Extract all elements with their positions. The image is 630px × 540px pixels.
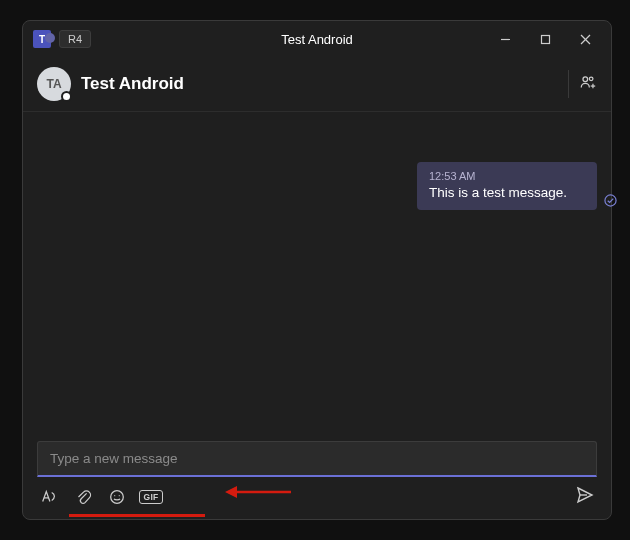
svg-point-11 xyxy=(114,495,115,496)
avatar-initials: TA xyxy=(46,77,61,91)
close-icon xyxy=(580,34,591,45)
compose-toolbar: GIF xyxy=(37,477,597,509)
message-list: 12:53 AM This is a test message. xyxy=(23,112,611,441)
maximize-icon xyxy=(540,34,551,45)
close-button[interactable] xyxy=(565,24,605,54)
message-bubble-outgoing[interactable]: 12:53 AM This is a test message. xyxy=(417,162,597,210)
add-people-button[interactable] xyxy=(579,73,597,95)
svg-point-8 xyxy=(605,195,616,206)
format-text-icon xyxy=(40,488,58,506)
emoji-button[interactable] xyxy=(107,487,127,507)
minimize-icon xyxy=(500,34,511,45)
teams-app-letter: T xyxy=(39,34,45,45)
message-text: This is a test message. xyxy=(429,185,585,200)
gif-icon: GIF xyxy=(139,490,162,504)
avatar[interactable]: TA xyxy=(37,67,71,101)
header-divider xyxy=(568,70,569,98)
send-button[interactable] xyxy=(575,485,595,509)
svg-rect-1 xyxy=(541,35,549,43)
header-actions xyxy=(568,70,597,98)
message-input[interactable] xyxy=(37,441,597,477)
svg-point-10 xyxy=(111,491,124,504)
attach-button[interactable] xyxy=(73,487,93,507)
compose-area: GIF xyxy=(23,441,611,519)
titlebar-tab-label: R4 xyxy=(68,33,82,45)
presence-indicator xyxy=(61,91,72,102)
titlebar-tab[interactable]: R4 xyxy=(59,30,91,48)
annotation-arrow xyxy=(223,483,293,501)
seen-check-icon xyxy=(604,194,617,207)
chat-name: Test Android xyxy=(81,74,184,94)
message-status xyxy=(604,193,617,206)
titlebar: T R4 Test Android xyxy=(23,21,611,57)
maximize-button[interactable] xyxy=(525,24,565,54)
svg-point-12 xyxy=(119,495,120,496)
gif-button[interactable]: GIF xyxy=(141,487,161,507)
paperclip-icon xyxy=(74,488,92,506)
minimize-button[interactable] xyxy=(485,24,525,54)
window-controls xyxy=(485,24,605,54)
teams-chat-window: T R4 Test Android TA Test Android xyxy=(22,20,612,520)
annotation-underline xyxy=(69,514,205,517)
send-icon xyxy=(575,485,595,505)
message-timestamp: 12:53 AM xyxy=(429,170,585,182)
svg-point-4 xyxy=(583,77,588,82)
teams-app-icon: T xyxy=(33,30,51,48)
format-button[interactable] xyxy=(39,487,59,507)
add-people-icon xyxy=(579,73,597,91)
chat-header: TA Test Android xyxy=(23,57,611,112)
svg-marker-15 xyxy=(225,486,237,498)
emoji-icon xyxy=(108,488,126,506)
svg-point-5 xyxy=(589,77,593,81)
